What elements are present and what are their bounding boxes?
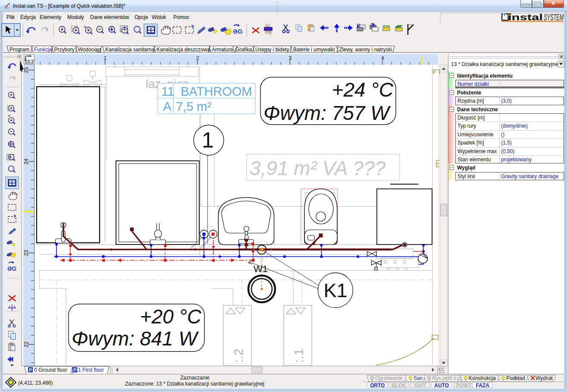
svg-text:Baterie i umywalki: Baterie i umywalki: [293, 47, 335, 53]
svg-text:24: 24: [23, 159, 29, 165]
svg-text:Wydruk: Wydruk: [536, 375, 554, 381]
svg-text:BATHROOM: BATHROOM: [181, 85, 252, 98]
svg-text:?: ?: [191, 24, 194, 29]
svg-text:Kanalizacja deszczowa: Kanalizacja deszczowa: [157, 47, 210, 53]
svg-text:2: 2: [196, 55, 199, 61]
svg-text:SYSTEM: SYSTEM: [544, 13, 564, 22]
svg-text:ƏG: ƏG: [233, 28, 243, 35]
svg-text:Przybory: Przybory: [54, 47, 75, 53]
svg-text:FAZA: FAZA: [476, 383, 490, 389]
svg-text:+24 °C: +24 °C: [332, 78, 394, 101]
svg-text::.1: :.1: [291, 348, 306, 363]
svg-text:instal: instal: [508, 13, 543, 22]
svg-text:13,2: 13,2: [25, 59, 34, 64]
svg-text:Kanalizacja sanitarna: Kanalizacja sanitarna: [105, 47, 154, 53]
svg-text:1: 1: [104, 55, 107, 61]
svg-text:Konstrukcja: Konstrukcja: [469, 375, 496, 381]
svg-text:Ogrzewanie: Ogrzewanie: [375, 375, 403, 381]
svg-text:Ustępy i bidety: Ustępy i bidety: [255, 47, 289, 53]
svg-text:Armatura: Armatura: [212, 47, 233, 53]
svg-text:Wodociąg: Wodociąg: [78, 47, 101, 53]
svg-text:Program: Program: [9, 47, 29, 53]
svg-text:BLOK: BLOK: [392, 383, 406, 389]
svg-text:Funkcje: Funkcje: [34, 47, 52, 53]
svg-text:P: P: [29, 367, 32, 373]
svg-text:13 * Działka kanalizacji sanit: 13 * Działka kanalizacji sanitarnej graw…: [451, 61, 559, 67]
svg-text:1: 1: [202, 128, 214, 152]
svg-text:Φwym: 841 W: Φwym: 841 W: [72, 327, 199, 350]
svg-text:Podkład: Podkład: [506, 375, 525, 381]
svg-text::.2: :.2: [231, 348, 245, 363]
svg-text:A: A: [163, 100, 172, 113]
svg-text:25: 25: [23, 67, 29, 73]
svg-text:1 First floor: 1 First floor: [78, 367, 104, 373]
svg-text:POWT: POWT: [456, 383, 472, 389]
svg-text:4: 4: [381, 55, 384, 61]
svg-text:7,5 m²: 7,5 m²: [176, 100, 212, 113]
svg-text:K1: K1: [323, 279, 347, 301]
svg-text:Rys.pętli o.p.: Rys.pętli o.p.: [432, 375, 462, 381]
svg-text:3,91 m² VA ???: 3,91 m² VA ???: [250, 157, 386, 179]
svg-text:ORTO: ORTO: [370, 383, 385, 389]
svg-text:ƏG: ƏG: [7, 265, 16, 272]
svg-text:Zlewy, wanny i natryski: Zlewy, wanny i natryski: [339, 47, 392, 53]
svg-text:P: P: [73, 367, 76, 373]
svg-text:Φwym: 757 W: Φwym: 757 W: [263, 102, 391, 124]
svg-text:22: 22: [23, 342, 29, 348]
svg-text:0 Ground floor: 0 Ground floor: [34, 367, 67, 373]
svg-text:23: 23: [23, 250, 29, 256]
svg-text:11: 11: [161, 85, 174, 98]
svg-text:3: 3: [289, 55, 292, 61]
svg-text:San: San: [414, 375, 423, 381]
svg-text:+20 °C: +20 °C: [140, 305, 202, 328]
svg-text:Grafika: Grafika: [235, 47, 252, 53]
svg-text:W1: W1: [254, 263, 268, 274]
svg-text:SIAT: SIAT: [414, 383, 426, 389]
svg-text:?: ?: [13, 214, 16, 219]
svg-text:AUTO: AUTO: [434, 383, 449, 389]
